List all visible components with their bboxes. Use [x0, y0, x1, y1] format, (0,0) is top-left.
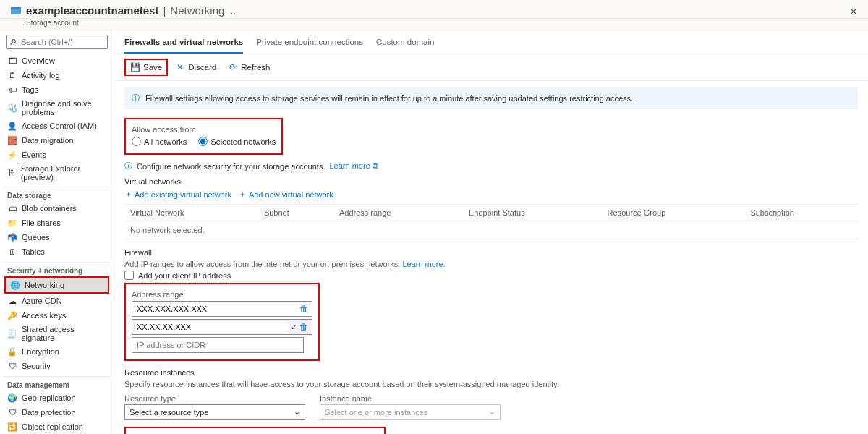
sidebar-item-events[interactable]: ⚡Events — [3, 148, 111, 162]
vnet-table: Virtual Network Subnet Address range End… — [124, 204, 858, 239]
geo-icon: 🌍 — [7, 393, 17, 403]
sidebar-item-blob-containers[interactable]: 🗃Blob containers — [3, 201, 111, 216]
sidebar-item-data-protection[interactable]: 🛡Data protection — [3, 405, 111, 420]
sidebar-item-geo-replication[interactable]: 🌍Geo-replication — [3, 391, 111, 405]
res-type-dropdown[interactable]: Select a resource type ⌄ — [124, 404, 305, 420]
firewall-heading: Firewall — [124, 248, 858, 257]
allow-access-radios: All networks Selected networks — [132, 135, 276, 149]
save-icon: 💾 — [130, 62, 140, 72]
col-addr-range[interactable]: Address range — [333, 205, 463, 221]
save-button[interactable]: 💾 Save — [126, 60, 166, 75]
resinst-heading: Resource instances — [124, 368, 858, 377]
blade-section: Networking — [170, 4, 224, 17]
migration-icon: 🧱 — [7, 135, 17, 145]
networking-icon: 🌐 — [10, 280, 20, 290]
sidebar-item-networking[interactable]: 🌐Networking — [6, 278, 108, 292]
learn-more-link[interactable]: Learn more ⧉ — [329, 161, 378, 171]
tag-icon: 🏷 — [7, 85, 17, 95]
chevron-down-icon: ⌄ — [294, 407, 300, 417]
addr-range-label: Address range — [132, 290, 312, 299]
ip-input-1[interactable] — [135, 303, 299, 315]
inst-name-label: Instance name — [320, 394, 501, 403]
more-actions-button[interactable]: … — [230, 7, 238, 15]
sidebar-item-tables[interactable]: 🗓Tables — [3, 244, 111, 259]
sidebar-item-access-keys[interactable]: 🔑Access keys — [3, 308, 111, 323]
res-type-label: Resource type — [124, 394, 305, 403]
account-name: exampleaccountnametest — [26, 4, 158, 17]
sidebar-item-data-migration[interactable]: 🧱Data migration — [3, 133, 111, 148]
close-button[interactable]: ✕ — [849, 6, 858, 17]
delete-ip-2[interactable]: 🗑 — [299, 322, 309, 332]
col-endpoint[interactable]: Endpoint Status — [463, 205, 602, 221]
tab-private-endpoints[interactable]: Private endpoint connections — [256, 35, 363, 54]
sidebar-item-storage-explorer[interactable]: 🗄Storage Explorer (preview) — [3, 162, 111, 184]
col-sub[interactable]: Subscription — [744, 205, 858, 221]
sidebar-item-azure-cdn[interactable]: ☁Azure CDN — [3, 294, 111, 308]
iam-icon: 👤 — [7, 121, 17, 131]
title-separator: | — [163, 4, 166, 17]
files-icon: 📁 — [7, 218, 17, 228]
protection-icon: 🛡 — [7, 407, 17, 417]
blade-body: 🔎︎ 🗔Overview 🗒Activity log 🏷Tags 🩺Diagno… — [0, 30, 868, 434]
discard-button[interactable]: ✕ Discard — [171, 60, 221, 75]
ip-input-new[interactable] — [135, 339, 300, 351]
valid-icon: ✓ — [289, 323, 299, 332]
allow-access-label: Allow access from — [132, 125, 276, 134]
refresh-button[interactable]: ⟳ Refresh — [224, 60, 274, 75]
tab-custom-domain[interactable]: Custom domain — [376, 35, 435, 54]
queue-icon: 📬 — [7, 232, 17, 242]
address-range-section: Address range 🗑 ✓ 🗑 — [124, 283, 320, 361]
sidebar-item-sas[interactable]: 🧾Shared access signature — [3, 323, 111, 344]
search-icon: 🔎︎ — [9, 38, 17, 46]
ip-row-2: ✓ 🗑 — [132, 319, 312, 335]
col-vnet[interactable]: Virtual Network — [124, 205, 258, 221]
sidebar-group-security: Security + networking — [3, 262, 111, 276]
refresh-icon: ⟳ — [228, 62, 238, 72]
replication-icon: 🔁 — [7, 422, 17, 432]
diagnose-icon: 🩺 — [7, 103, 17, 113]
col-rg[interactable]: Resource Group — [602, 205, 745, 221]
sidebar-item-access-control[interactable]: 👤Access Control (IAM) — [3, 119, 111, 133]
radio-selected-networks[interactable]: Selected networks — [198, 137, 276, 146]
sidebar-item-object-replication[interactable]: 🔁Object replication — [3, 420, 111, 434]
exceptions-section: Exceptions Allow trusted Microsoft servi… — [124, 427, 386, 434]
ip-row-1: 🗑 — [132, 301, 312, 317]
info-banner: ⓘ Firewall settings allowing access to s… — [124, 87, 858, 109]
sidebar-item-encryption[interactable]: 🔒Encryption — [3, 344, 111, 359]
shield-icon: 🛡 — [7, 361, 17, 371]
add-client-ip-checkbox[interactable] — [124, 271, 134, 280]
sidebar-item-security[interactable]: 🛡Security — [3, 359, 111, 373]
add-existing-vnet[interactable]: ＋ Add existing virtual network — [124, 189, 231, 200]
sidebar-item-queues[interactable]: 📬Queues — [3, 230, 111, 244]
lock-icon: 🔒 — [7, 346, 17, 357]
sidebar-search[interactable]: 🔎︎ — [6, 35, 108, 49]
sidebar-item-file-shares[interactable]: 📁File shares — [3, 216, 111, 230]
search-input[interactable] — [20, 37, 114, 47]
table-icon: 🗓 — [7, 247, 17, 257]
configure-line: ⓘ Configure network security for your st… — [124, 161, 858, 171]
radio-all-networks[interactable]: All networks — [132, 137, 187, 146]
key-icon: 🔑 — [7, 310, 17, 320]
vnets-heading: Virtual networks — [124, 177, 858, 186]
sidebar-item-diagnose[interactable]: 🩺Diagnose and solve problems — [3, 97, 111, 119]
ip-input-2[interactable] — [135, 321, 289, 333]
explorer-icon: 🗄 — [7, 168, 17, 178]
add-new-vnet[interactable]: ＋ Add new virtual network — [239, 189, 333, 200]
overview-icon: 🗔 — [7, 56, 17, 66]
svg-rect-1 — [11, 7, 21, 9]
sidebar-item-activity-log[interactable]: 🗒Activity log — [3, 68, 111, 82]
info-text: Firewall settings allowing access to sto… — [145, 94, 633, 103]
main-content: Firewalls and virtual networks Private e… — [114, 30, 868, 434]
storage-account-icon — [10, 5, 22, 17]
col-subnet[interactable]: Subnet — [258, 205, 333, 221]
firewall-learn-more[interactable]: Learn more. — [402, 260, 445, 268]
add-client-ip-label: Add your client IP address — [138, 271, 231, 280]
tab-firewalls[interactable]: Firewalls and virtual networks — [124, 35, 243, 54]
inst-name-dropdown[interactable]: Select one or more instances ⌄ — [320, 404, 501, 420]
sidebar-item-overview[interactable]: 🗔Overview — [3, 54, 111, 68]
delete-ip-1[interactable]: 🗑 — [299, 304, 309, 314]
sidebar-item-tags[interactable]: 🏷Tags — [3, 82, 111, 97]
info-icon: ⓘ — [132, 93, 140, 103]
toolbar: 💾 Save ✕ Discard ⟳ Refresh — [114, 54, 868, 81]
cdn-icon: ☁ — [7, 296, 17, 306]
